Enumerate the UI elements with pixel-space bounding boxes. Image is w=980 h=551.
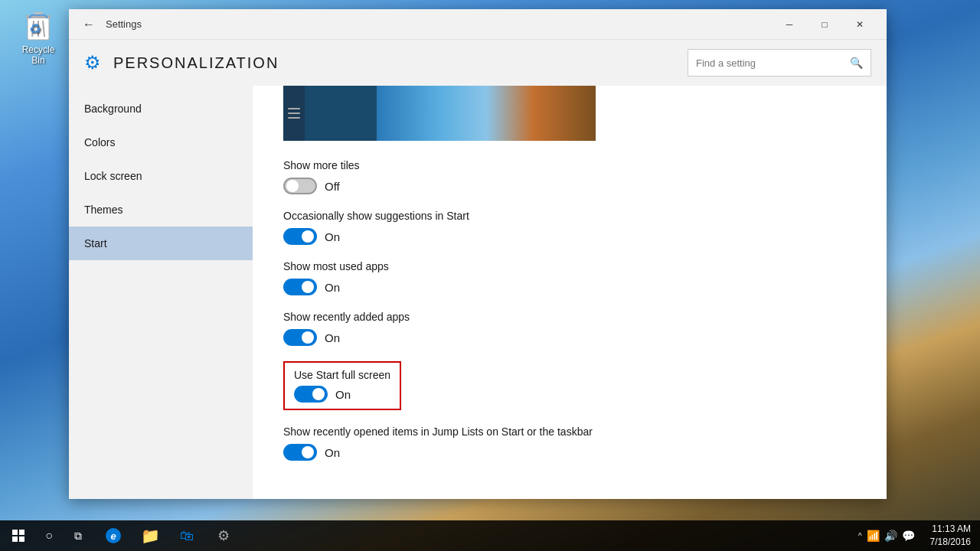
preview-line — [288, 112, 300, 114]
close-button[interactable]: ✕ — [842, 12, 877, 37]
settings-header: ⚙ PERSONALIZATION 🔍 — [69, 40, 887, 86]
windows-logo-icon — [12, 530, 24, 542]
setting-label-show-more-tiles: Show more tiles — [283, 159, 856, 171]
start-button[interactable] — [0, 520, 37, 551]
sidebar-item-colors[interactable]: Colors — [69, 126, 253, 159]
content-area: Background Colors Lock screen Themes Sta… — [69, 86, 887, 499]
toggle-use-start-fullscreen[interactable] — [294, 386, 328, 403]
main-content: Show more tiles Off Occasionally show su… — [253, 86, 887, 499]
edge-taskbar-button[interactable]: e — [95, 520, 132, 551]
setting-label-show-recently-added: Show recently added apps — [283, 311, 856, 323]
toggle-status-use-start-fullscreen: On — [335, 388, 351, 401]
sidebar-item-lock-screen[interactable]: Lock screen — [69, 159, 253, 193]
toggle-knob — [302, 230, 314, 243]
sidebar-item-background[interactable]: Background — [69, 92, 253, 126]
start-preview — [283, 86, 856, 141]
setting-show-recently-added: Show recently added apps On — [283, 311, 856, 346]
setting-show-most-used: Show most used apps On — [283, 260, 856, 295]
toggle-row-use-start-fullscreen: On — [294, 386, 390, 403]
settings-taskbar-button[interactable]: ⚙ — [205, 520, 242, 551]
setting-label-show-jump-lists: Show recently opened items in Jump Lists… — [283, 425, 856, 438]
setting-label-show-most-used: Show most used apps — [283, 260, 856, 272]
explorer-taskbar-button[interactable]: 📁 — [132, 520, 168, 551]
settings-window: ← Settings ─ □ ✕ ⚙ PERSONALIZATION 🔍 Bac… — [69, 9, 887, 499]
volume-icon[interactable]: 🔊 — [884, 530, 897, 542]
system-tray: ^ 📶 🔊 💬 — [852, 530, 921, 542]
search-taskbar-icon: ○ — [45, 529, 53, 543]
taskbar: ○ ⧉ e 📁 🛍 ⚙ ^ 📶 🔊 💬 11:13 AM 7/18/2016 — [0, 520, 980, 551]
notification-icon[interactable]: 💬 — [902, 530, 915, 542]
title-bar: ← Settings ─ □ ✕ — [69, 9, 887, 40]
clock-date: 7/18/2016 — [930, 536, 971, 549]
toggle-row-show-suggestions: On — [283, 228, 856, 245]
sidebar: Background Colors Lock screen Themes Sta… — [69, 86, 253, 499]
toggle-row-show-jump-lists: On — [283, 444, 856, 461]
store-icon: 🛍 — [180, 528, 194, 544]
toggle-status-show-recently-added: On — [325, 331, 340, 344]
window-title: Settings — [106, 18, 772, 30]
sidebar-item-start[interactable]: Start — [69, 227, 253, 260]
preview-lines — [283, 86, 305, 141]
toggle-show-recently-added[interactable] — [283, 329, 317, 346]
toggle-status-show-most-used: On — [325, 281, 340, 294]
personalization-icon: ⚙ — [84, 52, 101, 73]
toggle-knob — [302, 331, 314, 344]
preview-line — [288, 108, 300, 109]
toggle-show-suggestions[interactable] — [283, 228, 317, 245]
setting-show-jump-lists: Show recently opened items in Jump Lists… — [283, 425, 856, 461]
preview-image — [283, 86, 596, 141]
tray-overflow-icon[interactable]: ^ — [858, 532, 862, 540]
toggle-knob — [312, 388, 325, 400]
page-title: PERSONALIZATION — [113, 54, 675, 72]
toggle-status-show-jump-lists: On — [325, 446, 340, 459]
toggle-show-more-tiles[interactable] — [283, 178, 317, 194]
search-box[interactable]: 🔍 — [688, 49, 871, 77]
taskbar-clock[interactable]: 11:13 AM 7/18/2016 — [921, 523, 980, 549]
search-button[interactable]: ○ — [37, 520, 61, 551]
preview-line — [288, 117, 300, 119]
clock-time: 11:13 AM — [932, 523, 971, 536]
search-input[interactable] — [696, 57, 844, 69]
recycle-bin-icon: ♻ — [23, 8, 54, 41]
toggle-knob — [302, 446, 314, 458]
svg-text:♻: ♻ — [29, 21, 41, 37]
setting-label-use-start-fullscreen: Use Start full screen — [294, 369, 390, 381]
setting-show-suggestions: Occasionally show suggestions in Start O… — [283, 210, 856, 245]
task-view-button[interactable]: ⧉ — [61, 520, 95, 551]
edge-icon: e — [106, 528, 121, 543]
network-icon[interactable]: 📶 — [867, 530, 880, 542]
folder-icon: 📁 — [141, 527, 160, 545]
toggle-knob — [302, 281, 314, 293]
minimize-button[interactable]: ─ — [772, 12, 807, 37]
toggle-show-most-used[interactable] — [283, 279, 317, 295]
store-taskbar-button[interactable]: 🛍 — [168, 520, 205, 551]
setting-use-start-fullscreen-highlighted: Use Start full screen On — [283, 361, 401, 410]
setting-label-show-suggestions: Occasionally show suggestions in Start — [283, 210, 856, 222]
toggle-status-show-more-tiles: Off — [325, 180, 340, 193]
task-view-icon: ⧉ — [74, 530, 82, 543]
toggle-status-show-suggestions: On — [325, 230, 340, 243]
settings-gear-icon: ⚙ — [217, 527, 230, 544]
window-controls: ─ □ ✕ — [772, 12, 877, 37]
maximize-button[interactable]: □ — [807, 12, 842, 37]
toggle-row-show-recently-added: On — [283, 329, 856, 346]
recycle-bin-label: Recycle Bin — [15, 44, 61, 66]
toggle-show-jump-lists[interactable] — [283, 444, 317, 461]
toggle-row-show-most-used: On — [283, 279, 856, 295]
search-icon: 🔍 — [850, 57, 863, 69]
sidebar-item-themes[interactable]: Themes — [69, 193, 253, 227]
setting-show-more-tiles: Show more tiles Off — [283, 159, 856, 194]
recycle-bin[interactable]: ♻ Recycle Bin — [15, 8, 61, 66]
toggle-knob — [286, 180, 299, 192]
back-button[interactable]: ← — [78, 14, 100, 35]
toggle-row-show-more-tiles: Off — [283, 178, 856, 194]
